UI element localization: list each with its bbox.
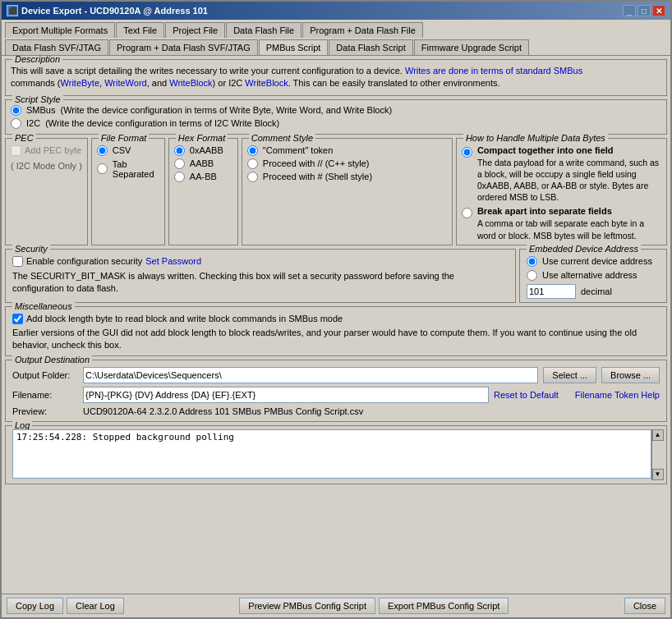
current-address-row: Use current device address bbox=[527, 256, 660, 267]
misc-checkbox-label: Add block length byte to read block and … bbox=[26, 314, 343, 323]
security-content: Enable configuration security Set Passwo… bbox=[12, 256, 509, 296]
preview-pmbus-button[interactable]: Preview PMBus Config Script bbox=[239, 598, 375, 614]
comment-cpp-row: Proceed with // (C++ style) bbox=[247, 158, 447, 169]
separate-option-row: Break apart into separate fields A comma… bbox=[462, 206, 661, 241]
bottom-center-buttons: Preview PMBus Config Script Export PMBus… bbox=[239, 598, 509, 614]
i2c-label: I2C bbox=[26, 118, 40, 128]
maximize-button[interactable]: □ bbox=[637, 5, 651, 16]
tab-radio[interactable] bbox=[97, 163, 108, 174]
i2c-radio[interactable] bbox=[11, 118, 21, 129]
title-controls: _ □ ✕ bbox=[623, 5, 665, 16]
compact-radio[interactable] bbox=[462, 147, 472, 158]
alternative-address-row: Use alternative address bbox=[527, 270, 660, 281]
clear-log-button[interactable]: Clear Log bbox=[67, 598, 124, 614]
log-textarea[interactable]: 17:25:54.228: Stopped background polling bbox=[12, 429, 651, 479]
security-checkbox-row: Enable configuration security Set Passwo… bbox=[12, 256, 509, 267]
tab-program-data-flash-svf[interactable]: Program + Data Flash SVF/JTAG bbox=[109, 39, 258, 55]
decimal-input[interactable] bbox=[527, 284, 576, 299]
hex-aa-bb-radio[interactable] bbox=[174, 172, 185, 182]
scrollbar-down-button[interactable]: ▼ bbox=[652, 469, 664, 480]
smbus-radio[interactable] bbox=[11, 105, 21, 116]
pec-note: ( I2C Mode Only ) bbox=[11, 161, 82, 171]
tab-firmware-upgrade[interactable]: Firmware Upgrade Script bbox=[414, 39, 529, 55]
current-address-radio[interactable] bbox=[527, 256, 537, 267]
filename-token-help-link[interactable]: Filename Token Help bbox=[575, 390, 660, 400]
multi-data-group: How to Handle Multiple Data Bytes Compac… bbox=[456, 138, 667, 245]
file-format-label: File Format bbox=[99, 133, 150, 143]
filename-input[interactable] bbox=[83, 387, 489, 403]
output-destination-group: Output Destination Output Folder: Select… bbox=[5, 360, 667, 422]
comment-shell-row: Proceed with # (Shell style) bbox=[247, 172, 447, 182]
copy-log-button[interactable]: Copy Log bbox=[7, 598, 63, 614]
tab-project-file[interactable]: Project File bbox=[165, 22, 225, 38]
embedded-address-label: Embedded Device Address bbox=[527, 244, 641, 254]
export-pmbus-button[interactable]: Export PMBus Config Script bbox=[379, 598, 509, 614]
log-wrapper: 17:25:54.228: Stopped background polling… bbox=[12, 429, 663, 480]
output-folder-input[interactable] bbox=[83, 367, 538, 383]
misc-checkbox[interactable] bbox=[12, 314, 23, 324]
output-folder-label: Output Folder: bbox=[12, 370, 78, 380]
set-password-link[interactable]: Set Password bbox=[145, 256, 201, 266]
hex-aabb-label: AABB bbox=[190, 158, 214, 168]
security-checkbox[interactable] bbox=[12, 256, 23, 267]
desc-blue2: WriteByte bbox=[61, 78, 99, 88]
misc-note: Earlier versions of the GUI did not add … bbox=[12, 327, 660, 352]
hex-format-label: Hex Format bbox=[176, 133, 228, 143]
tab-pmbus-script[interactable]: PMBus Script bbox=[259, 39, 329, 55]
output-destination-label: Output Destination bbox=[12, 355, 92, 365]
bottom-left-buttons: Copy Log Clear Log bbox=[7, 598, 124, 614]
current-address-label: Use current device address bbox=[542, 256, 652, 266]
desc-text5: ) or I2C bbox=[213, 78, 246, 88]
comment-token-row: "Comment" token bbox=[247, 145, 447, 156]
tabs-row-1: Export Multiple Formats Text File Projec… bbox=[2, 20, 670, 38]
script-style-label: Script Style bbox=[12, 94, 63, 104]
multi-data-label: How to Handle Multiple Data Bytes bbox=[463, 133, 608, 143]
hex-aa-bb-row: AA-BB bbox=[174, 172, 232, 182]
preview-value: UCD90120A-64 2.3.2.0 Address 101 SMBus P… bbox=[83, 406, 363, 416]
log-group: Log 17:25:54.228: Stopped background pol… bbox=[5, 425, 667, 484]
window-icon: ⬛ bbox=[7, 5, 18, 16]
comment-shell-radio[interactable] bbox=[247, 172, 258, 182]
separate-label: Break apart into separate fields bbox=[477, 206, 661, 216]
tab-data-flash-script[interactable]: Data Flash Script bbox=[329, 39, 412, 55]
separate-radio[interactable] bbox=[462, 208, 472, 218]
csv-radio[interactable] bbox=[97, 145, 108, 156]
hex-format-options: 0xAABB AABB AA-BB bbox=[174, 145, 232, 182]
security-checkbox-label: Enable configuration security bbox=[26, 256, 142, 266]
security-group: Security Enable configuration security S… bbox=[5, 249, 516, 303]
main-window: ⬛ Device Export - UCD90120A @ Address 10… bbox=[0, 0, 672, 619]
smbus-desc: (Write the device configuration in terms… bbox=[60, 105, 392, 115]
scrollbar-up-button[interactable]: ▲ bbox=[652, 429, 664, 441]
alternative-address-radio[interactable] bbox=[527, 270, 537, 281]
tab-export-multiple[interactable]: Export Multiple Formats bbox=[5, 22, 115, 38]
pec-checkbox-label: Add PEC byte bbox=[25, 145, 81, 155]
hex-aabb-radio[interactable] bbox=[174, 158, 185, 169]
script-style-options: SMBus (Write the device configuration in… bbox=[11, 103, 661, 129]
comment-token-radio[interactable] bbox=[247, 145, 258, 156]
browse-button[interactable]: Browse ... bbox=[601, 367, 660, 383]
tab-program-data-flash[interactable]: Program + Data Flash File bbox=[302, 22, 423, 38]
window-close-button[interactable]: ✕ bbox=[652, 5, 665, 16]
preview-row: Preview: UCD90120A-64 2.3.2.0 Address 10… bbox=[12, 406, 660, 416]
output-folder-row: Output Folder: Select ... Browse ... bbox=[12, 367, 660, 383]
tab-data-flash-file[interactable]: Data Flash File bbox=[226, 22, 301, 38]
separate-desc: A comma or tab will separate each byte i… bbox=[477, 218, 661, 241]
desc-text4: , and bbox=[147, 78, 170, 88]
hex-0xaabb-radio[interactable] bbox=[174, 145, 185, 156]
compact-desc: The data payload for a write command, su… bbox=[477, 157, 661, 204]
close-button[interactable]: Close bbox=[624, 598, 665, 614]
csv-option-row: CSV bbox=[97, 145, 159, 156]
minimize-button[interactable]: _ bbox=[623, 5, 636, 16]
comment-cpp-radio[interactable] bbox=[247, 158, 258, 169]
hex-format-group: Hex Format 0xAABB AABB AA-BB bbox=[168, 138, 238, 245]
tab-text-file[interactable]: Text File bbox=[116, 22, 164, 38]
tab-data-flash-svf[interactable]: Data Flash SVF/JTAG bbox=[5, 39, 108, 55]
filename-label: Filename: bbox=[12, 390, 78, 400]
reset-to-default-link[interactable]: Reset to Default bbox=[494, 390, 559, 400]
desc-blue4: WriteBlock bbox=[169, 78, 212, 88]
comment-cpp-label: Proceed with // (C++ style) bbox=[263, 158, 370, 168]
middle-section: PEC Add PEC byte ( I2C Mode Only ) File … bbox=[5, 138, 667, 245]
embedded-address-group: Embedded Device Address Use current devi… bbox=[519, 249, 667, 303]
pec-checkbox[interactable] bbox=[11, 145, 21, 156]
select-button[interactable]: Select ... bbox=[543, 367, 596, 383]
